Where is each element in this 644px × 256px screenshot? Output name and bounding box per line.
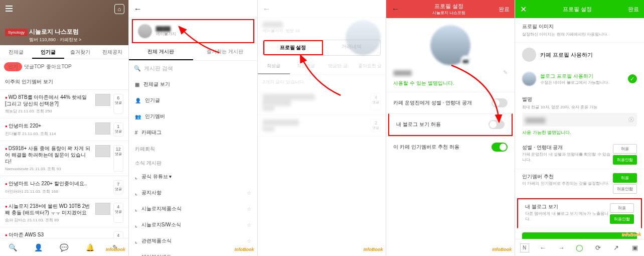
list-item[interactable]: ●시놀로지 218+에 물린 WD 10TB 2번째 충돌 (배드섹터?) ㅜㅜ…	[0, 199, 128, 227]
page-title: 프로필 설정	[563, 6, 592, 13]
annotation-arrow	[177, 25, 222, 55]
menu-tags[interactable]: #카페태그	[129, 124, 257, 141]
menu-header-rules: 카페회칙	[129, 141, 257, 155]
option-blog-profile[interactable]: 블로그 프로필 사용하기수정은 네이버 블로그에서 가능합니다. ✓	[515, 67, 644, 91]
menu-popular-members[interactable]: 👥인기멤버	[129, 108, 257, 124]
search-icon[interactable]: 🔍	[0, 238, 26, 256]
profile-name: ▓▓▓▓	[156, 26, 176, 31]
search-input[interactable]: 🔍게시판 검색	[129, 61, 257, 76]
chat-icon[interactable]: 💬	[51, 238, 77, 256]
screen-profile: ← ▓▓▓▓▓ 에이블가지 · 방문 33 프로필 설정 거래내역 작성글 작성…	[258, 0, 387, 256]
tab-written[interactable]: 작성글	[258, 59, 290, 74]
close-icon[interactable]: ✕	[520, 5, 527, 14]
annotation-arrow	[449, 63, 504, 128]
menu-icon[interactable]	[4, 4, 14, 14]
sort-likes[interactable]: 좋아요TOP	[46, 63, 71, 70]
row-popular-member: 이 카페 인기멤버로 추천 허용	[386, 136, 515, 158]
done-button[interactable]: 완료	[499, 6, 510, 13]
profile-level: 에이블가지	[156, 31, 176, 37]
section-weekly-members[interactable]: 이주의 인기멤버 보기	[0, 74, 128, 90]
sort-tabs: 인기 댓글TOP 좋아요TOP	[0, 59, 128, 74]
screen-sidebar: ← ⌂ ▓▓▓▓ 에이블가지 전체 게시판 즐겨찾는 게시판 🔍게시판 검색 ▦…	[129, 0, 258, 256]
refresh-icon[interactable]: ◯	[570, 244, 589, 251]
section-nickname: 별명 최대 한글 10자, 영문 20자, 숫자 혼용 가능	[515, 91, 644, 111]
naver-icon[interactable]: N	[520, 243, 529, 252]
avatar	[522, 48, 536, 62]
screen-settings-red: ← 프로필 설정시놀로지 나스포럼 완료 📷 ▓▓▓▓▓ ✎ 사용할 수 있는 …	[386, 0, 515, 256]
forward-icon[interactable]: →	[552, 244, 571, 251]
menu-sw-news[interactable]: ⌞시놀로지S/W소식☆	[129, 217, 257, 233]
watermark: InfoBook	[106, 247, 125, 252]
clear-icon[interactable]: ⓧ	[628, 116, 634, 123]
tab-liked[interactable]: 좋아요한 글	[354, 59, 386, 74]
menu-youtube[interactable]: ⌞공식 유튜브 ▾	[129, 169, 257, 185]
share-icon[interactable]: ↗	[607, 244, 626, 251]
nickname-input[interactable]: ▓▓▓▓▓ⓧ	[522, 113, 637, 126]
nickname-value: ▓▓▓▓▓	[393, 70, 411, 75]
tabs-icon[interactable]: ▣	[625, 244, 644, 251]
star-icon[interactable]: ☆	[247, 206, 251, 212]
screen-cafe-home: ⌂ Synology 시놀로지 나스포럼 멤버 110,890 · 카페정보 >…	[0, 0, 129, 256]
list-item[interactable]: ●안녕마트 220+킨다블루 21.11.03. 조회 114 1댓글	[0, 118, 128, 141]
home-icon[interactable]: ⌂	[243, 4, 253, 14]
notification-icon[interactable]: 🔔	[77, 238, 102, 256]
allow-button[interactable]: 허용	[613, 144, 637, 154]
cafe-meta[interactable]: 멤버 110,890 · 카페정보 >	[29, 37, 81, 43]
done-button[interactable]: 완료	[628, 6, 639, 13]
thumbnail	[95, 122, 110, 135]
option-cafe-profile[interactable]: 카페 프로필 사용하기	[515, 43, 644, 67]
row-gender-age: 성별 · 연령대 공개카페 운영진이 내 성별과 연령대를 확인할 수 있습니다…	[515, 140, 644, 169]
star-icon[interactable]: ☆	[247, 190, 251, 196]
menu-product-news[interactable]: ⌞시놀로지제품소식☆	[129, 201, 257, 217]
back-icon[interactable]: ←	[134, 5, 142, 14]
search-icon: 🔍	[134, 65, 141, 72]
tab-all[interactable]: 전체글	[0, 45, 32, 59]
tab-favorites[interactable]: 즐겨찾기	[64, 45, 96, 59]
header: ← ⌂	[129, 0, 257, 18]
home-icon[interactable]: ⌂	[114, 4, 124, 14]
check-icon: ✓	[628, 74, 637, 83]
tab-notices[interactable]: 전체공지	[96, 45, 128, 59]
sort-comments[interactable]: 댓글TOP	[24, 63, 44, 70]
cafe-badge: Synology	[5, 29, 28, 36]
browser-nav: N ← → ◯ ⟳ ↗ ▣	[515, 239, 644, 256]
watermark: InfoBook	[235, 247, 254, 252]
star-icon[interactable]: ☆	[247, 254, 251, 257]
thumbnail	[95, 145, 110, 157]
menu-notice[interactable]: ⌞공지사항☆	[129, 185, 257, 201]
watermark: InfoBook	[621, 232, 641, 237]
back-icon[interactable]: ←	[534, 244, 552, 251]
deny-button[interactable]: 허용안함	[613, 155, 637, 165]
toggle-popular[interactable]	[492, 143, 508, 152]
nickname-status: 사용 가능한 별명입니다.	[515, 129, 644, 140]
menu-header-news: 소식 게시판	[129, 155, 257, 169]
page-subtitle: 시놀로지 나스포럼	[399, 10, 499, 16]
back-icon[interactable]: ←	[263, 5, 271, 14]
screen-settings-green: ✕ 프로필 설정 완료 프로필 이미지 설정하신 이미지는 현재 카페에서만 사…	[515, 0, 644, 256]
row-blog-view: 내 블로그 보기다른 멤버에게 내 블로그 보기 메뉴가 노출됩니다. 허용허용…	[517, 198, 642, 228]
section-image: 프로필 이미지 설정하신 이미지는 현재 카페에서만 사용됩니다.	[515, 18, 644, 43]
row-popular-member: 인기멤버 추천이 카페의 인기멤버로 추천되는 것을 설정합니다. 허용허용안함	[515, 169, 644, 198]
watermark: InfoBook	[492, 247, 512, 252]
back-icon[interactable]: ←	[391, 5, 399, 14]
list-item[interactable]: ●안녕마트 나스 220+ 할인중이네요..아인파파1 21.11.03. 조회…	[0, 176, 128, 198]
list-item[interactable]: ▓▓▓▓▓▓▓▓▓▓▓▓▓ 2댓글	[258, 115, 386, 137]
allow-button[interactable]: 허용	[613, 173, 637, 183]
list-item[interactable]: ●WD 8TB를 아마존에서 44% 핫세일 [그리고 당신의 선택은?]쾌농담…	[0, 90, 128, 118]
main-tabs: 전체글 인기글 즐겨찾기 전체공지	[0, 45, 128, 59]
list-item[interactable]: ●DS918+ 사용 중에 용량이 꽉 차게 되어 해결을 하려하는데 질문이 …	[0, 141, 128, 176]
deny-button[interactable]: 허용안함	[613, 184, 637, 194]
tab-popular[interactable]: 인기글	[32, 45, 64, 59]
deny-button[interactable]: 허용안함	[610, 214, 634, 224]
menu-popular[interactable]: 👤인기글	[129, 92, 257, 108]
allow-button[interactable]: 허용	[610, 203, 634, 213]
avatar-large[interactable]: 📷	[430, 25, 470, 65]
star-icon[interactable]: ☆	[247, 238, 251, 244]
star-icon[interactable]: ☆	[247, 222, 251, 228]
header: ← 프로필 설정시놀로지 나스포럼 완료	[386, 0, 515, 18]
menu-all-posts[interactable]: ▦전체글 보기	[129, 76, 257, 92]
profile-icon[interactable]: 👤	[26, 238, 51, 256]
pill-popular[interactable]: 인기	[4, 62, 22, 71]
watermark: InfoBook	[363, 247, 383, 252]
reload-icon[interactable]: ⟳	[589, 244, 607, 251]
